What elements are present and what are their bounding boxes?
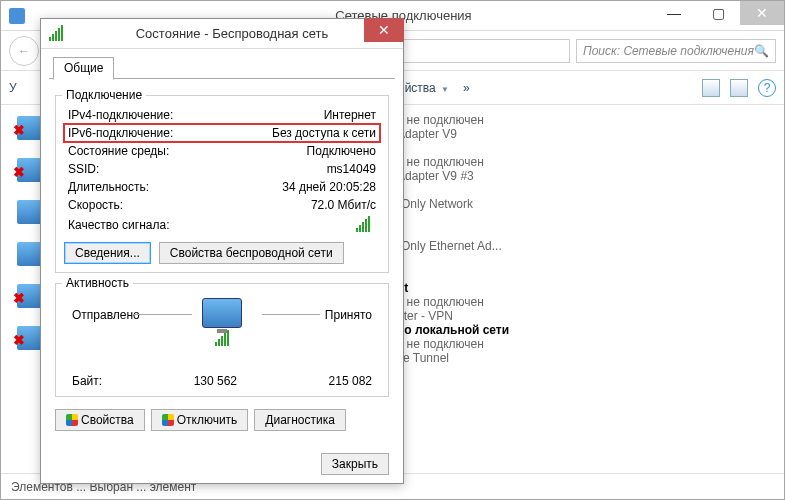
ipv6-row-highlighted: IPv6-подключение:Без доступа к сети	[64, 124, 380, 142]
dialog-title: Состояние - Беспроводная сеть	[69, 26, 395, 41]
duration-label: Длительность:	[68, 178, 149, 196]
ipv4-value: Интернет	[324, 106, 376, 124]
back-button[interactable]: ←	[9, 36, 39, 66]
bytes-label: Байт:	[72, 374, 102, 388]
ipv6-value: Без доступа к сети	[272, 124, 376, 142]
shield-icon	[162, 414, 174, 426]
disable-button[interactable]: Отключить	[151, 409, 249, 431]
bytes-received-value: 215 082	[329, 374, 372, 388]
view-icon-details[interactable]	[702, 79, 720, 97]
status-dialog: Состояние - Беспроводная сеть ✕ Общие По…	[40, 18, 404, 484]
monitor-icon	[202, 298, 242, 328]
maximize-button[interactable]: ▢	[696, 1, 740, 25]
help-icon[interactable]: ?	[758, 79, 776, 97]
speed-value: 72.0 Мбит/с	[311, 196, 376, 214]
speed-label: Скорость:	[68, 196, 123, 214]
search-icon: 🔍	[754, 44, 769, 58]
view-icon-tiles[interactable]	[730, 79, 748, 97]
close-button[interactable]: ✕	[740, 1, 784, 25]
diagnose-button[interactable]: Диагностика	[254, 409, 346, 431]
media-value: Подключено	[307, 142, 376, 160]
cmd-overflow[interactable]: »	[463, 81, 470, 95]
cmd-item[interactable]: йства ▼	[405, 81, 449, 95]
properties-button[interactable]: Свойства	[55, 409, 145, 431]
signal-quality-label: Качество сигнала:	[68, 218, 169, 232]
details-button[interactable]: Сведения...	[64, 242, 151, 264]
ssid-label: SSID:	[68, 160, 99, 178]
signal-icon	[215, 332, 229, 346]
ssid-value: ms14049	[327, 160, 376, 178]
close-button[interactable]: Закрыть	[321, 453, 389, 475]
signal-bars-icon	[356, 218, 370, 232]
wireless-properties-button[interactable]: Свойства беспроводной сети	[159, 242, 344, 264]
duration-value: 34 дней 20:05:28	[282, 178, 376, 196]
media-label: Состояние среды:	[68, 142, 169, 160]
activity-line	[262, 314, 320, 315]
tab-strip: Общие	[49, 53, 395, 79]
activity-line	[134, 314, 192, 315]
search-placeholder: Поиск: Сетевые подключения	[583, 44, 754, 58]
shield-icon	[66, 414, 78, 426]
connection-group: Подключение IPv4-подключение:Интернет IP…	[55, 95, 389, 273]
signal-icon	[49, 27, 63, 41]
bytes-sent-value: 130 562	[194, 374, 237, 388]
search-input[interactable]: Поиск: Сетевые подключения 🔍	[576, 39, 776, 63]
connection-group-label: Подключение	[62, 88, 146, 102]
ipv6-label: IPv6-подключение:	[68, 124, 173, 142]
sent-label: Отправлено	[72, 308, 140, 322]
control-panel-icon	[9, 8, 25, 24]
dialog-titlebar: Состояние - Беспроводная сеть ✕	[41, 19, 403, 49]
minimize-button[interactable]: —	[652, 1, 696, 25]
received-label: Принято	[325, 308, 372, 322]
organize-menu[interactable]: У	[9, 81, 17, 95]
activity-group: Активность Отправлено Принято Байт: 130 …	[55, 283, 389, 397]
tab-general[interactable]: Общие	[53, 57, 114, 80]
ipv4-label: IPv4-подключение:	[68, 106, 173, 124]
dialog-close-button[interactable]: ✕	[364, 18, 404, 42]
activity-group-label: Активность	[62, 276, 133, 290]
